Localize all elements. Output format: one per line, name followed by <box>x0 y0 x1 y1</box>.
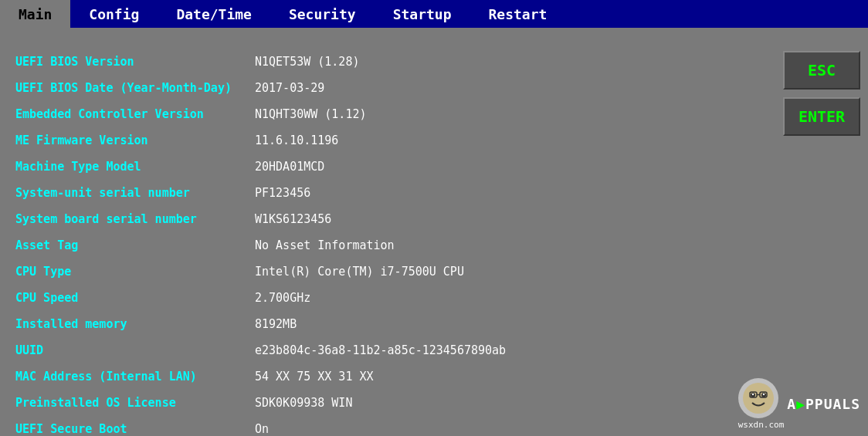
info-label-0: UEFI BIOS Version <box>15 55 255 69</box>
info-label-4: Machine Type Model <box>15 160 255 174</box>
info-row-3: ME Firmware Version11.6.10.1196 <box>15 130 752 151</box>
svg-point-0 <box>743 383 774 414</box>
info-value-4: 20HDA01MCD <box>255 160 324 174</box>
info-row-11: UUIDe23b804c-36a8-11b2-a85c-1234567890ab <box>15 340 752 361</box>
tab-restart[interactable]: Restart <box>470 0 566 28</box>
info-value-6: W1KS6123456 <box>255 212 331 226</box>
info-value-2: N1QHT30WW (1.12) <box>255 107 367 121</box>
info-row-4: Machine Type Model20HDA01MCD <box>15 156 752 177</box>
tab-config[interactable]: Config <box>70 0 158 28</box>
info-value-0: N1QET53W (1.28) <box>255 55 359 69</box>
info-row-5: System-unit serial numberPF123456 <box>15 182 752 204</box>
info-label-12: MAC Address (Internal LAN) <box>15 370 255 384</box>
info-row-2: Embedded Controller VersionN1QHT30WW (1.… <box>15 103 752 125</box>
info-row-6: System board serial numberW1KS6123456 <box>15 208 752 230</box>
info-label-3: ME Firmware Version <box>15 134 255 147</box>
info-row-0: UEFI BIOS VersionN1QET53W (1.28) <box>15 51 752 73</box>
svg-point-3 <box>751 394 753 395</box>
main-content: UEFI BIOS VersionN1QET53W (1.28)UEFI BIO… <box>0 28 868 436</box>
info-value-8: Intel(R) Core(TM) i7-7500U CPU <box>255 265 464 279</box>
watermark-site: wsxdn.com <box>738 420 785 430</box>
info-value-1: 2017-03-29 <box>255 81 324 95</box>
enter-button[interactable]: ENTER <box>783 97 860 136</box>
info-label-5: System-unit serial number <box>15 186 255 200</box>
info-label-8: CPU Type <box>15 265 255 279</box>
svg-point-4 <box>762 394 764 395</box>
tab-main[interactable]: Main <box>0 0 70 28</box>
info-value-11: e23b804c-36a8-11b2-a85c-1234567890ab <box>255 343 506 357</box>
info-label-10: Installed memory <box>15 317 255 331</box>
info-value-5: PF123456 <box>255 186 310 200</box>
info-value-14: On <box>255 422 269 436</box>
info-row-7: Asset TagNo Asset Information <box>15 235 752 256</box>
watermark-brand: A▶PPUALS <box>787 396 860 412</box>
info-value-3: 11.6.10.1196 <box>255 134 338 147</box>
info-row-9: CPU Speed2.700GHz <box>15 287 752 309</box>
esc-button[interactable]: ESC <box>783 51 860 90</box>
info-value-10: 8192MB <box>255 317 297 331</box>
info-label-6: System board serial number <box>15 212 255 226</box>
info-value-13: SDK0K09938 WIN <box>255 396 352 410</box>
info-value-9: 2.700GHz <box>255 291 310 305</box>
info-label-9: CPU Speed <box>15 291 255 305</box>
watermark-avatar <box>738 378 778 418</box>
info-label-2: Embedded Controller Version <box>15 107 255 121</box>
tab-bar: MainConfigDate/TimeSecurityStartupRestar… <box>0 0 868 28</box>
info-label-13: Preinstalled OS License <box>15 396 255 410</box>
info-row-1: UEFI BIOS Date (Year-Month-Day)2017-03-2… <box>15 77 752 99</box>
info-label-11: UUID <box>15 343 255 357</box>
info-table: UEFI BIOS VersionN1QET53W (1.28)UEFI BIO… <box>0 43 768 436</box>
tab-security[interactable]: Security <box>270 0 375 28</box>
info-label-14: UEFI Secure Boot <box>15 422 255 436</box>
tab-startup[interactable]: Startup <box>375 0 470 28</box>
info-value-7: No Asset Information <box>255 238 395 252</box>
info-row-12: MAC Address (Internal LAN)54 XX 75 XX 31… <box>15 366 752 387</box>
info-row-14: UEFI Secure BootOn <box>15 418 752 436</box>
info-label-7: Asset Tag <box>15 238 255 252</box>
info-label-1: UEFI BIOS Date (Year-Month-Day) <box>15 81 255 95</box>
tab-datetime[interactable]: Date/Time <box>158 0 270 28</box>
info-row-13: Preinstalled OS LicenseSDK0K09938 WIN <box>15 392 752 414</box>
right-panel: ESCENTER <box>768 43 868 436</box>
info-value-12: 54 XX 75 XX 31 XX <box>255 370 374 384</box>
info-row-8: CPU TypeIntel(R) Core(TM) i7-7500U CPU <box>15 261 752 282</box>
watermark: wsxdn.com A▶PPUALS <box>738 378 860 430</box>
info-row-10: Installed memory8192MB <box>15 313 752 335</box>
